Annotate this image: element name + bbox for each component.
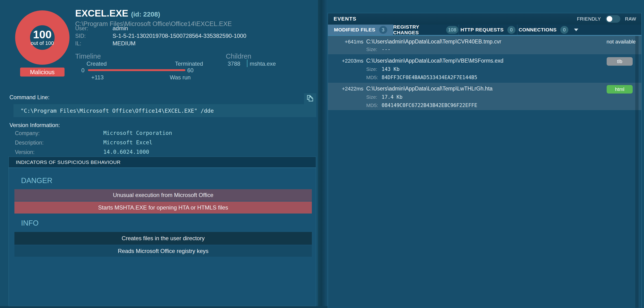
user-label: User: (75, 25, 88, 32)
tab-label: CONNECTIONS (519, 27, 557, 32)
timeline-created-label: Created (86, 60, 106, 67)
children-heading: Children (226, 52, 251, 60)
process-details-panel: 100 out of 100 Malicious EXCEL.EXE(id: 2… (0, 0, 318, 308)
threat-score: 100 (33, 29, 52, 40)
md5-label: MD5: (366, 102, 378, 108)
user-value: admin (112, 25, 128, 32)
events-scrollbar[interactable] (635, 36, 638, 308)
event-time: +641ms (328, 39, 363, 45)
tab-count-badge: 0 (507, 26, 516, 34)
modified-files-list: +641ms C:\Users\admin\AppData\Local\Temp… (328, 36, 642, 110)
tab-count-badge: 3 (379, 26, 387, 34)
timeline-start-value: 0 (81, 67, 84, 74)
indicator-item[interactable]: Creates files in the user directory (14, 232, 312, 245)
tab-count-badge: 108 (446, 26, 458, 34)
chevron-down-icon (574, 28, 578, 31)
event-time: +2422ms (328, 86, 363, 92)
timeline-offset: +113 (91, 74, 104, 81)
process-title: EXCEL.EXE(id: 2208) (75, 8, 160, 19)
more-tabs-button[interactable] (570, 24, 583, 35)
events-tabbar: MODIFIED FILES 3 REGISTRY CHANGES 108 HT… (328, 24, 642, 35)
command-line-value: "C:\Program Files\Microsoft Office\Offic… (20, 108, 214, 114)
tab-connections[interactable]: CONNECTIONS 0 (517, 24, 570, 35)
il-value: MEDIUM (112, 40, 136, 47)
sid-value: S-1-5-21-1302019708-1500728564-335382590… (112, 32, 246, 39)
verdict-badge: Malicious (20, 67, 64, 76)
file-event-row[interactable]: +2422ms C:\Users\admin\AppData\Local\Tem… (328, 83, 642, 110)
description-label: Description: (15, 140, 44, 146)
command-line-box: "C:\Program Files\Microsoft Office\Offic… (14, 104, 316, 117)
version-info-label: Version Information: (10, 122, 60, 128)
indicators-panel: INDICATORS OF SUSPICIOUS BEHAVIOUR DANGE… (8, 157, 316, 306)
child-process-name[interactable]: mshta.exe (250, 60, 276, 67)
company-label: Company: (15, 130, 40, 137)
size-value: 143 Kb (382, 66, 400, 72)
process-path: C:\Program Files\Microsoft Office\Office… (75, 20, 232, 28)
friendly-label[interactable]: FRIENDLY (577, 16, 601, 22)
process-name: EXCEL.EXE (75, 8, 128, 18)
timeline-terminated-label: Terminated (175, 60, 203, 67)
tab-http-requests[interactable]: HTTP REQUESTS 0 (458, 24, 517, 35)
copy-button[interactable] (304, 93, 316, 104)
md5-value: 84DFF3CF0E4BAAD533434EA2F7E144B5 (382, 75, 477, 80)
md5-value: 084149C0FC6722B43B42EBC96F22EFFE (382, 102, 477, 108)
events-panel: EVENTS FRIENDLY RAW MODIFIED FILES 3 REG… (328, 13, 642, 308)
tab-count-badge: 0 (560, 26, 568, 34)
version-label: Version: (15, 149, 34, 155)
copy-icon (306, 94, 315, 104)
size-label: Size: (366, 46, 377, 52)
timeline-end-value: 60 (187, 67, 194, 74)
panel-splitter[interactable] (318, 0, 328, 308)
process-id: (id: 2208) (131, 11, 160, 18)
tab-label: HTTP REQUESTS (460, 27, 504, 32)
event-file-path: C:\Users\admin\AppData\Local\Temp\CVR40E… (366, 38, 501, 45)
row-note: not available (606, 39, 636, 45)
tab-label: REGISTRY CHANGES (393, 24, 442, 35)
file-type-badge: html (607, 85, 633, 93)
child-separator (247, 59, 248, 67)
event-file-path: C:\Users\admin\AppData\Local\Temp\LwTHLr… (366, 85, 492, 92)
indicator-item[interactable]: Starts MSHTA.EXE for opening HTA or HTML… (14, 202, 312, 214)
file-event-row[interactable]: +2203ms C:\Users\admin\AppData\Local\Tem… (328, 55, 642, 82)
size-value: 17.4 Kb (382, 94, 402, 100)
danger-heading: DANGER (21, 176, 52, 185)
indicators-title: INDICATORS OF SUSPICIOUS BEHAVIOUR (16, 159, 120, 165)
timeline-heading: Timeline (75, 52, 101, 60)
events-titlebar: EVENTS FRIENDLY RAW (328, 13, 642, 24)
file-type-badge: tlb (607, 57, 633, 66)
description-value: Microsoft Excel (103, 139, 152, 145)
tab-modified-files[interactable]: MODIFIED FILES 3 (328, 24, 393, 35)
event-file-path: C:\Users\admin\AppData\Local\Temp\VBE\MS… (366, 58, 503, 64)
tab-label: MODIFIED FILES (334, 27, 376, 32)
indicator-item[interactable]: Reads Microsoft Office registry keys (14, 245, 312, 257)
size-label: Size: (366, 66, 377, 72)
file-event-row[interactable]: +641ms C:\Users\admin\AppData\Local\Temp… (328, 36, 642, 54)
size-label: Size: (366, 94, 377, 100)
il-label: IL: (75, 40, 81, 47)
company-value: Microsoft Corporation (103, 130, 172, 136)
timeline-end-caption: Was run (170, 74, 190, 81)
event-time: +2203ms (328, 58, 363, 64)
timeline-bar (88, 69, 185, 71)
threat-score-ring: 100 out of 100 (15, 10, 70, 65)
child-pid[interactable]: 3788 (228, 60, 240, 67)
bottom-edge (0, 306, 328, 308)
events-title: EVENTS (334, 16, 356, 22)
friendly-raw-toggle[interactable] (606, 15, 620, 23)
indicators-header: INDICATORS OF SUSPICIOUS BEHAVIOUR (9, 157, 316, 168)
mode-switch-group: FRIENDLY RAW (577, 15, 636, 23)
tab-registry-changes[interactable]: REGISTRY CHANGES 108 (393, 24, 458, 35)
command-line-label: Command Line: (10, 94, 50, 101)
threat-score-caption: out of 100 (31, 40, 54, 46)
raw-label[interactable]: RAW (625, 16, 636, 22)
indicator-item[interactable]: Unusual execution from Microsoft Office (14, 189, 312, 201)
toggle-knob-icon (607, 16, 612, 22)
version-value: 14.0.6024.1000 (103, 149, 149, 155)
info-heading: INFO (21, 219, 38, 228)
md5-label: MD5: (366, 75, 378, 80)
indicators-body: DANGER Unusual execution from Microsoft … (9, 168, 316, 306)
sid-label: SID: (75, 33, 86, 39)
size-value: --- (382, 46, 390, 52)
